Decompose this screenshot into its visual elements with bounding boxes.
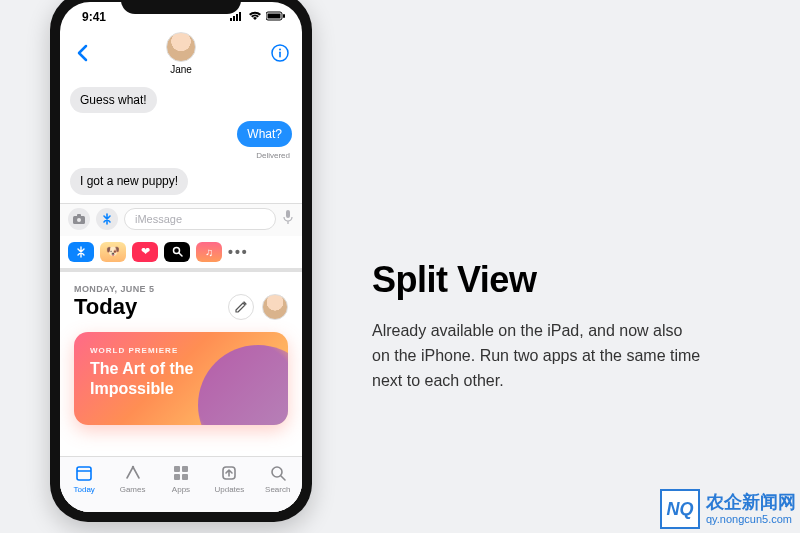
watermark-url: qy.nongcun5.com (706, 513, 796, 525)
status-time: 9:41 (82, 10, 106, 24)
tab-label: Games (120, 485, 146, 494)
svg-rect-21 (174, 474, 180, 480)
tab-games[interactable]: Games (111, 463, 155, 494)
notch (121, 0, 241, 14)
svg-point-8 (279, 49, 281, 51)
search-icon (268, 463, 288, 483)
watermark-brand: 农企新闻网 (706, 493, 796, 513)
tab-label: Search (265, 485, 290, 494)
info-button[interactable] (270, 43, 290, 63)
contact-avatar (166, 32, 196, 62)
svg-rect-11 (77, 214, 81, 217)
svg-rect-22 (182, 474, 188, 480)
svg-rect-9 (279, 52, 281, 58)
messages-nav: Jane (60, 32, 302, 81)
status-icons (230, 10, 286, 24)
svg-rect-6 (283, 14, 285, 18)
svg-point-18 (131, 465, 133, 467)
back-button[interactable] (72, 43, 92, 63)
imessage-app-tray: 🐶 ❤ ♫ ••• (60, 236, 302, 272)
tab-updates[interactable]: Updates (207, 463, 251, 494)
delivered-label: Delivered (256, 151, 290, 160)
tab-today[interactable]: Today (62, 463, 106, 494)
feature-headline: Split View (372, 259, 720, 301)
watermark-logo: NQ (660, 489, 700, 529)
appstore-section-title: Today (74, 294, 154, 320)
tab-apps[interactable]: Apps (159, 463, 203, 494)
iphone-mock: 9:41 (50, 0, 312, 522)
apps-icon (171, 463, 191, 483)
screen: 9:41 (60, 2, 302, 512)
card-eyebrow: WORLD PREMIERE (90, 346, 272, 355)
svg-rect-13 (286, 210, 290, 218)
feature-copy: Split View Already available on the iPad… (372, 139, 750, 393)
contact-name: Jane (170, 64, 192, 75)
appstore-tabbar: Today Games Apps (60, 456, 302, 512)
tray-music-icon[interactable]: ♫ (196, 242, 222, 262)
feature-card[interactable]: WORLD PREMIERE The Art of the Impossible (74, 332, 288, 425)
wifi-icon (248, 10, 262, 24)
tab-label: Updates (214, 485, 244, 494)
tray-more-button[interactable]: ••• (228, 244, 249, 260)
svg-rect-2 (236, 14, 238, 21)
card-title: The Art of the Impossible (90, 359, 272, 399)
appstore-drawer-button[interactable] (96, 208, 118, 230)
updates-icon (219, 463, 239, 483)
compose-button[interactable] (228, 294, 254, 320)
account-avatar[interactable] (262, 294, 288, 320)
svg-rect-16 (77, 467, 91, 480)
feature-stage: 9:41 (0, 0, 800, 533)
mic-button[interactable] (282, 209, 294, 229)
feature-body: Already available on the iPad, and now a… (372, 319, 702, 393)
svg-rect-19 (174, 466, 180, 472)
appstore-header: MONDAY, JUNE 5 Today (60, 280, 302, 328)
svg-line-25 (281, 476, 285, 480)
tab-search[interactable]: Search (256, 463, 300, 494)
message-incoming[interactable]: Guess what! (70, 87, 157, 113)
tray-hearts-icon[interactable]: ❤ (132, 242, 158, 262)
message-incoming[interactable]: I got a new puppy! (70, 168, 188, 194)
tab-label: Today (74, 485, 95, 494)
svg-rect-1 (233, 16, 235, 21)
camera-button[interactable] (68, 208, 90, 230)
message-input-row: iMessage (60, 203, 302, 236)
message-field[interactable]: iMessage (124, 208, 276, 230)
appstore-pane: MONDAY, JUNE 5 Today WORLD PREMIERE The … (60, 272, 302, 512)
tray-animoji-icon[interactable]: 🐶 (100, 242, 126, 262)
svg-rect-0 (230, 18, 232, 21)
svg-rect-5 (268, 13, 281, 18)
battery-icon (266, 10, 286, 24)
contact-header[interactable]: Jane (166, 32, 196, 75)
watermark: NQ 农企新闻网 qy.nongcun5.com (660, 489, 796, 529)
appstore-date: MONDAY, JUNE 5 (74, 284, 154, 294)
tab-label: Apps (172, 485, 190, 494)
tray-search-icon[interactable] (164, 242, 190, 262)
games-icon (123, 463, 143, 483)
tray-app-store-icon[interactable] (68, 242, 94, 262)
svg-point-12 (77, 218, 81, 222)
message-outgoing[interactable]: What? (237, 121, 292, 147)
svg-rect-3 (239, 12, 241, 21)
chat-area: Guess what! What? Delivered I got a new … (60, 81, 302, 203)
svg-line-15 (179, 253, 182, 256)
svg-rect-20 (182, 466, 188, 472)
today-icon (74, 463, 94, 483)
